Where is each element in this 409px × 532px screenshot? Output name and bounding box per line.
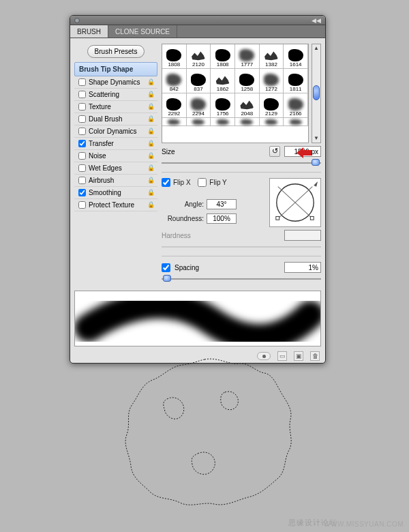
- brush-thumbnail[interactable]: 1808: [162, 44, 187, 69]
- scroll-down-icon[interactable]: ▼: [314, 135, 319, 142]
- brush-grid-scrollbar[interactable]: ▲ ▼: [312, 44, 321, 143]
- brush-thumbnail[interactable]: 837: [187, 69, 211, 93]
- brush-thumbnail[interactable]: 2120: [187, 44, 211, 69]
- brush-thumbnail[interactable]: 2048: [235, 93, 260, 118]
- svg-marker-6: [297, 147, 312, 158]
- brush-size-label: 2292: [168, 110, 180, 117]
- option-smoothing[interactable]: Smoothing🔒: [74, 187, 157, 199]
- brush-stroke-icon: [288, 49, 303, 61]
- brush-angle-widget[interactable]: [269, 178, 321, 227]
- option-dual-brush[interactable]: Dual Brush🔒: [74, 113, 157, 125]
- option-checkbox[interactable]: [78, 189, 86, 196]
- tab-brush[interactable]: BRUSH: [70, 25, 108, 38]
- brush-size-label: 1862: [217, 86, 229, 92]
- brush-thumbnail[interactable]: [235, 118, 260, 126]
- brush-thumbnail[interactable]: 2292: [162, 93, 187, 118]
- option-checkbox[interactable]: [78, 152, 86, 160]
- brush-stroke-icon: [215, 49, 230, 61]
- brush-size-label: 1808: [217, 61, 229, 68]
- option-checkbox[interactable]: [78, 115, 86, 123]
- option-color-dynamics[interactable]: Color Dynamics🔒: [74, 125, 157, 138]
- brush-presets-button[interactable]: Brush Presets: [87, 45, 145, 58]
- collapse-icon[interactable]: ◀◀: [312, 17, 321, 24]
- svg-rect-4: [276, 216, 279, 220]
- brush-thumbnail[interactable]: 1756: [211, 93, 235, 118]
- trash-icon[interactable]: 🗑: [310, 351, 320, 361]
- brush-stroke-icon: [288, 98, 303, 110]
- brush-thumbnail[interactable]: 2129: [260, 93, 284, 118]
- option-checkbox[interactable]: [78, 128, 86, 135]
- option-label: Transfer: [89, 140, 114, 147]
- spacing-checkbox[interactable]: [162, 263, 170, 272]
- brush-size-label: 837: [194, 86, 202, 92]
- brush-stroke-icon: [239, 49, 254, 61]
- option-checkbox[interactable]: [78, 177, 86, 184]
- option-texture[interactable]: Texture🔒: [74, 101, 157, 113]
- option-brush-tip-shape[interactable]: Brush Tip Shape: [74, 62, 157, 76]
- option-checkbox[interactable]: [78, 103, 86, 110]
- lock-icon: 🔒: [147, 78, 155, 85]
- scrollbar-thumb[interactable]: [313, 85, 320, 100]
- option-label: Smoothing: [89, 189, 121, 196]
- option-label: Wet Edges: [89, 164, 122, 172]
- brush-thumbnail[interactable]: 1811: [284, 69, 308, 93]
- brush-thumbnail[interactable]: [211, 118, 235, 126]
- option-wet-edges[interactable]: Wet Edges🔒: [74, 162, 157, 175]
- brush-thumbnail[interactable]: [187, 118, 211, 126]
- brush-thumbnail-grid[interactable]: 1808212018081777138216148428371862125812…: [162, 44, 309, 143]
- tab-clone-source[interactable]: CLONE SOURCE: [108, 25, 177, 38]
- size-label: Size: [162, 148, 175, 156]
- brush-thumbnail[interactable]: 2166: [284, 93, 308, 118]
- option-scattering[interactable]: Scattering🔒: [74, 89, 157, 101]
- brush-thumbnail[interactable]: 1614: [284, 44, 308, 69]
- panel-tabs: BRUSH CLONE SOURCE: [70, 25, 325, 38]
- angle-input[interactable]: [207, 199, 237, 209]
- annotation-arrow-icon: [297, 147, 312, 159]
- brush-thumbnail[interactable]: [162, 118, 187, 126]
- reset-size-icon[interactable]: ↺: [269, 146, 280, 157]
- brush-thumbnail[interactable]: [260, 118, 284, 126]
- roundness-input[interactable]: [207, 213, 237, 224]
- option-checkbox[interactable]: [78, 164, 86, 172]
- panel-titlebar[interactable]: ◀◀: [70, 16, 325, 25]
- size-slider[interactable]: [162, 160, 321, 166]
- scroll-up-icon[interactable]: ▲: [314, 45, 319, 52]
- brush-stroke-icon: [264, 98, 279, 110]
- brush-panel: ◀◀ BRUSH CLONE SOURCE Brush Presets Brus…: [70, 15, 326, 364]
- watermark-url: WWW.MISSYUAN.COM: [324, 520, 404, 528]
- lock-icon: 🔒: [147, 189, 155, 196]
- option-transfer[interactable]: Transfer🔒: [74, 138, 157, 150]
- close-icon[interactable]: [74, 18, 80, 23]
- options-sidebar: Brush Presets Brush Tip Shape Shape Dyna…: [74, 44, 157, 282]
- brush-thumbnail[interactable]: 1272: [260, 69, 284, 93]
- flip-y-checkbox[interactable]: [198, 178, 207, 187]
- brush-stroke-icon: [215, 74, 230, 86]
- svg-rect-5: [310, 216, 314, 220]
- brush-stroke-icon: [241, 119, 253, 125]
- brush-thumbnail[interactable]: 1777: [235, 44, 260, 69]
- brush-thumbnail[interactable]: 1382: [260, 44, 284, 69]
- brush-stroke-icon: [191, 74, 206, 86]
- selection-outline: [102, 351, 307, 515]
- brush-thumbnail[interactable]: [284, 118, 308, 126]
- brush-thumbnail[interactable]: 1808: [211, 44, 235, 69]
- brush-stroke-icon: [192, 119, 204, 125]
- brush-thumbnail[interactable]: 2294: [187, 93, 211, 118]
- option-airbrush[interactable]: Airbrush🔒: [74, 175, 157, 187]
- lock-icon: 🔒: [147, 103, 155, 110]
- brush-thumbnail[interactable]: 842: [162, 69, 187, 93]
- option-checkbox[interactable]: [78, 140, 86, 147]
- lock-icon: 🔒: [147, 201, 155, 208]
- spacing-input[interactable]: [284, 262, 321, 273]
- brush-thumbnail[interactable]: 1258: [235, 69, 260, 93]
- brush-stroke-icon: [265, 119, 277, 125]
- flip-x-checkbox[interactable]: [162, 178, 170, 187]
- option-checkbox[interactable]: [78, 91, 86, 98]
- option-checkbox[interactable]: [78, 78, 86, 86]
- option-protect-texture[interactable]: Protect Texture🔒: [74, 199, 157, 211]
- spacing-slider[interactable]: [162, 276, 321, 282]
- option-shape-dynamics[interactable]: Shape Dynamics🔒: [74, 76, 157, 89]
- option-noise[interactable]: Noise🔒: [74, 150, 157, 162]
- option-checkbox[interactable]: [78, 201, 86, 209]
- brush-thumbnail[interactable]: 1862: [211, 69, 235, 93]
